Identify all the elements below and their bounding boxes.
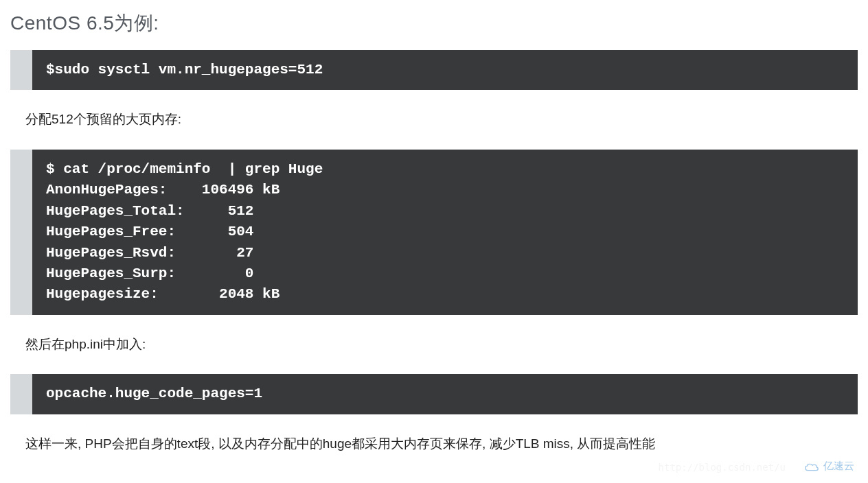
watermark-text: 亿速云 — [823, 460, 854, 473]
watermark-brand: 亿速云 — [804, 460, 854, 473]
paragraph-phpini: 然后在php.ini中加入: — [25, 334, 858, 355]
watermark-url: http://blog.csdn.net/u — [659, 462, 786, 473]
cloud-icon — [804, 462, 819, 471]
code-block-meminfo: $ cat /proc/meminfo | grep Huge AnonHuge… — [10, 150, 858, 315]
paragraph-allocate: 分配512个预留的大页内存: — [25, 109, 858, 130]
paragraph-conclusion: 这样一来, PHP会把自身的text段, 以及内存分配中的huge都采用大内存页… — [25, 434, 858, 454]
code-block-opcache: opcache.huge_code_pages=1 — [10, 374, 858, 414]
code-block-sysctl: $sudo sysctl vm.nr_hugepages=512 — [10, 50, 858, 90]
page-heading: CentOS 6.5为例: — [10, 10, 858, 36]
